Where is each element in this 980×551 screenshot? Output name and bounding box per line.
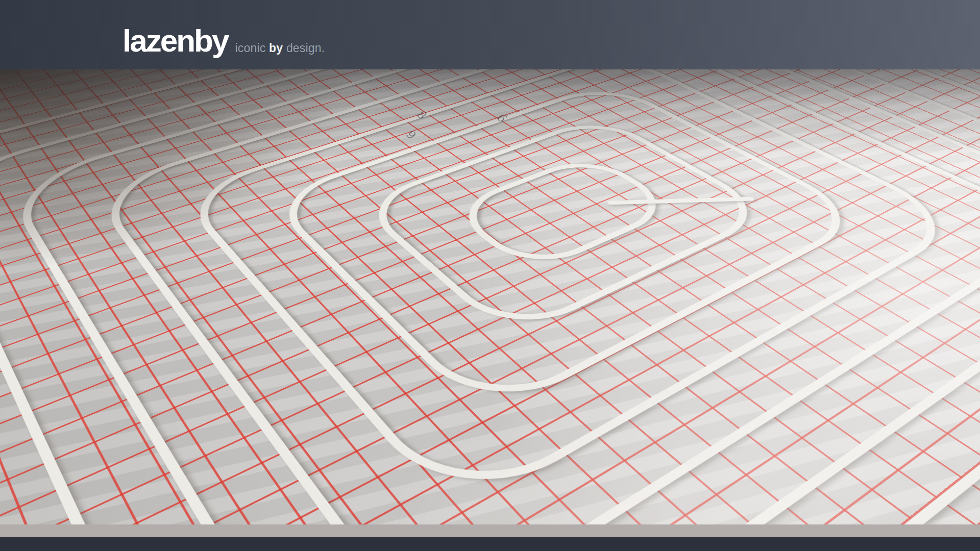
tagline-word-by: by: [269, 41, 283, 55]
site-header: lazenby iconic by design.: [0, 0, 980, 69]
hero-image: 689: [0, 69, 980, 524]
tagline-word-iconic: iconic: [235, 41, 265, 55]
tagline-word-design: design.: [286, 41, 325, 55]
brand-logo-link[interactable]: lazenby iconic by design.: [0, 26, 325, 69]
brand-wordmark: lazenby: [122, 26, 228, 56]
page: lazenby iconic by design. 689: [0, 0, 980, 551]
top-shadow-overlay: [0, 69, 980, 524]
footer-accent-bar: [0, 524, 980, 537]
footer-bar: [0, 537, 980, 551]
brand-tagline: iconic by design.: [235, 41, 325, 55]
